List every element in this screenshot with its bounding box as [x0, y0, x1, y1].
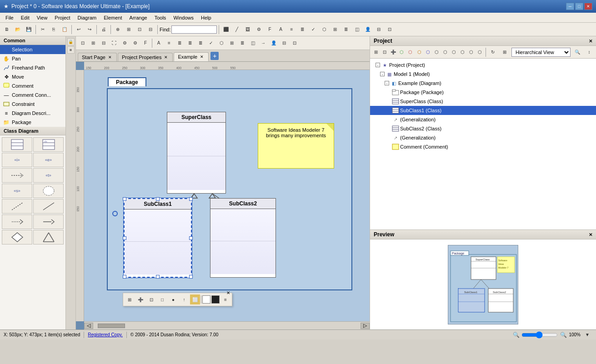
tab-example-close[interactable]: ✕: [199, 54, 205, 60]
tool-selection[interactable]: Selection: [0, 45, 65, 54]
pt-sort-btn[interactable]: ↕: [584, 47, 594, 57]
toolbar-more8[interactable]: ⊞: [330, 25, 340, 35]
menu-help[interactable]: Help: [197, 14, 215, 21]
menu-view[interactable]: View: [33, 14, 51, 21]
subclass1-element[interactable]: SubClass1: [124, 198, 192, 278]
toolbar-layers[interactable]: ⊟: [145, 25, 155, 35]
pt-btn-1[interactable]: ⊞: [372, 47, 380, 57]
scroll-left-btn[interactable]: ◁: [84, 323, 93, 329]
dt-btn-13[interactable]: ✓: [206, 38, 216, 48]
tree-item-example[interactable]: - ◧ Example (Diagram): [370, 79, 596, 88]
cd-tool-ellipse[interactable]: [33, 184, 64, 198]
tree-item-superclass[interactable]: SuperClass (Class): [370, 97, 596, 106]
ft-btn-4[interactable]: □: [157, 294, 167, 304]
ft-btn-1[interactable]: ⊞: [125, 294, 135, 304]
tab-project-props-close[interactable]: ✕: [163, 55, 169, 60]
toolbar-cut[interactable]: ✂: [38, 25, 48, 35]
pt-btn-12[interactable]: ⬡: [467, 47, 475, 57]
lock-btn[interactable]: 🔒: [67, 38, 75, 45]
close-button[interactable]: ✕: [584, 3, 592, 10]
toolbar-more1[interactable]: ⚙: [254, 25, 264, 35]
dt-btn-21[interactable]: ⊡: [290, 38, 300, 48]
dt-btn-4[interactable]: ⛶: [109, 38, 119, 48]
toolbar-more11[interactable]: 👤: [363, 25, 373, 35]
tree-item-model[interactable]: - ▦ Model 1 (Model): [370, 70, 596, 79]
note-element[interactable]: Software Ideas Modeler 7 brings many imp…: [258, 123, 334, 169]
toolbar-undo[interactable]: ↩: [74, 25, 84, 35]
zoom-out-btn[interactable]: 🔍: [512, 331, 520, 339]
handle-ml[interactable]: [123, 236, 126, 240]
toolbar-snap[interactable]: ⊡: [135, 25, 145, 35]
dt-btn-5[interactable]: ⚙: [120, 38, 130, 48]
dt-btn-20[interactable]: ⊟: [279, 38, 289, 48]
toolbar-more13[interactable]: ⊡: [385, 25, 395, 35]
dt-btn-6[interactable]: ⚙: [130, 38, 140, 48]
tool-comment-conn[interactable]: — Comment Conn...: [0, 90, 65, 100]
tree-expand-model[interactable]: -: [380, 72, 385, 76]
toolbar-more9[interactable]: ≣: [341, 25, 351, 35]
dt-btn-12[interactable]: ≣: [195, 38, 205, 48]
canvas-diagram-area[interactable]: Package SuperClas: [84, 70, 370, 321]
cd-tool-stereo2[interactable]: «e»: [33, 153, 64, 167]
toolbar-more10[interactable]: ◫: [352, 25, 362, 35]
cd-tool-arrow2[interactable]: [33, 199, 64, 214]
dt-btn-2[interactable]: ⊞: [88, 38, 98, 48]
tool-constraint[interactable]: Constraint: [0, 100, 65, 109]
handle-tr[interactable]: [189, 197, 193, 201]
tab-example[interactable]: Example ✕: [174, 52, 209, 61]
dt-btn-1[interactable]: ⊡: [78, 38, 88, 48]
toolbar-copy[interactable]: ⎘: [49, 25, 59, 35]
cd-tool-dep[interactable]: «t»: [33, 168, 64, 183]
zoom-dropdown-btn[interactable]: ▼: [582, 330, 592, 340]
scroll-right-btn[interactable]: ▷: [361, 323, 370, 329]
tab-project-props[interactable]: Project Properties ✕: [118, 53, 173, 61]
pt-btn-10[interactable]: ⬡: [450, 47, 458, 57]
dt-btn-16[interactable]: ≣: [237, 38, 247, 48]
toolbar-save[interactable]: 💾: [24, 25, 34, 35]
toolbar-open[interactable]: 📂: [13, 25, 23, 35]
scroll-track[interactable]: [93, 324, 361, 328]
dt-btn-10[interactable]: ≣: [175, 38, 185, 48]
tree-item-package[interactable]: Package (Package): [370, 88, 596, 97]
handle-mr[interactable]: [189, 236, 193, 240]
menu-element[interactable]: Element: [100, 14, 125, 21]
toolbar-more6[interactable]: ✓: [308, 25, 318, 35]
toolbar-more4[interactable]: ≡: [286, 25, 296, 35]
tool-pan[interactable]: ✋ Pan: [0, 54, 65, 63]
dt-btn-19[interactable]: 👤: [269, 38, 279, 48]
toolbar-more2[interactable]: F: [265, 25, 275, 35]
pt-refresh-btn[interactable]: ↻: [488, 47, 498, 57]
tree-item-project[interactable]: - ★ Project (Project): [370, 60, 596, 70]
ft-btn-3[interactable]: ⊡: [146, 294, 156, 304]
tool-move[interactable]: ✥ Move: [0, 72, 65, 81]
canvas-wrap[interactable]: 150 200 250 300 350 400 450 500 550 050 …: [76, 62, 370, 329]
tab-start-page[interactable]: Start Page ✕: [78, 53, 117, 61]
tree-expand-project[interactable]: -: [376, 63, 380, 67]
toolbar-grid[interactable]: ⊞: [124, 25, 134, 35]
preview-panel-close[interactable]: ✕: [589, 232, 592, 237]
dt-btn-11[interactable]: ≣: [185, 38, 195, 48]
tool-diagram-descr[interactable]: ≡ Diagram Descri...: [0, 109, 65, 118]
menu-arrange[interactable]: Arrange: [126, 14, 151, 21]
expand-btn[interactable]: ≡: [67, 46, 75, 54]
project-panel-close[interactable]: ✕: [589, 39, 592, 44]
cd-tool-stereo1[interactable]: «i»: [2, 153, 32, 167]
tree-item-gen2[interactable]: ↗ (Generalization): [370, 133, 596, 142]
dt-btn-17[interactable]: ◫: [248, 38, 258, 48]
canvas-scrollbar-h[interactable]: ◁ ▷: [84, 321, 370, 329]
cd-tool-interface[interactable]: «i»: [33, 137, 64, 152]
ft-color-white[interactable]: [202, 295, 210, 304]
pt-btn-8[interactable]: ⬡: [433, 47, 441, 57]
handle-tm[interactable]: [156, 197, 160, 201]
toolbar-paste[interactable]: 📋: [60, 25, 70, 35]
ft-btn-6[interactable]: ↑: [179, 294, 189, 304]
ft-btn-5[interactable]: ●: [168, 294, 178, 304]
toolbar-more12[interactable]: ⊟: [374, 25, 384, 35]
toolbar-new[interactable]: 🗎: [2, 25, 12, 35]
menu-edit[interactable]: Edit: [17, 14, 33, 21]
menu-windows[interactable]: Windows: [170, 14, 197, 21]
toolbar-more3[interactable]: A: [275, 25, 285, 35]
toolbar-more5[interactable]: ≣: [297, 25, 307, 35]
menu-project[interactable]: Project: [51, 14, 74, 21]
toolbar-shapes[interactable]: ⬛: [221, 25, 231, 35]
